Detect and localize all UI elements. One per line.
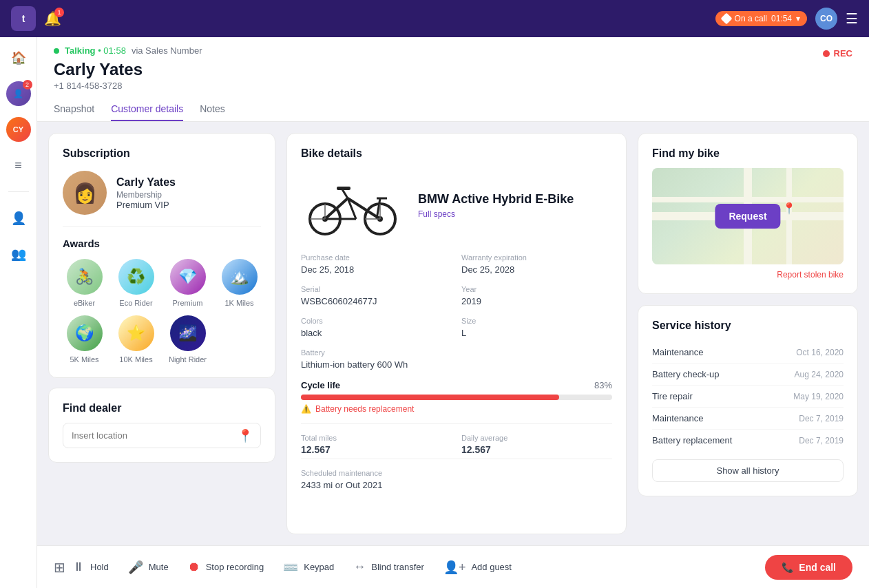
stop-recording-label: Stop recording <box>206 562 264 572</box>
keypad-label: Keypad <box>304 562 334 572</box>
main-grid: Subscription 👩 Carly Yates Membership Pr… <box>37 122 869 545</box>
purchase-date-item: Purchase date Dec 25, 2018 <box>301 253 452 275</box>
svg-rect-9 <box>337 187 350 190</box>
end-call-phone-icon: 📞 <box>782 562 793 573</box>
colors-label: Colors <box>301 317 452 325</box>
award-1k-miles-icon: 🏔️ <box>222 259 258 295</box>
map-road-vertical2 <box>786 168 792 264</box>
cycle-life-pct: 83% <box>594 380 612 390</box>
stop-recording-button[interactable]: ⏺ Stop recording <box>188 560 264 574</box>
battery-warning: ⚠️ Battery needs replacement <box>301 404 612 414</box>
location-pin-icon: 📍 <box>238 428 253 443</box>
hold-button[interactable]: ⏸ Hold <box>72 560 109 574</box>
end-call-label: End call <box>799 562 836 573</box>
on-call-label: On a call <box>735 14 767 23</box>
colors-value: black <box>301 328 322 338</box>
blind-transfer-button[interactable]: ↔ Blind transfer <box>353 560 424 574</box>
rec-dot <box>823 50 830 57</box>
user-avatar[interactable]: CO <box>815 8 837 30</box>
membership-label: Membership <box>116 190 176 200</box>
award-10k-miles-label: 10K Miles <box>119 355 152 364</box>
scheduled-maintenance: Scheduled maintenance 2433 mi or Out 202… <box>301 459 612 491</box>
add-guest-label: Add guest <box>471 562 512 572</box>
tab-customer-details[interactable]: Customer details <box>111 98 183 121</box>
award-night-rider-label: Night Rider <box>169 355 207 364</box>
award-night-rider: 🌌 Night Rider <box>166 315 209 364</box>
scheduled-value: 2433 mi or Out 2021 <box>301 480 383 490</box>
menu-icon[interactable]: ☰ <box>846 10 858 27</box>
right-column: Find my bike 📍 Request Report stolen bik… <box>638 133 858 534</box>
keypad-button[interactable]: ⌨️ Keypad <box>283 560 334 575</box>
bike-details-grid: Purchase date Dec 25, 2018 Warranty expi… <box>301 253 612 339</box>
year-value: 2019 <box>461 296 481 306</box>
report-stolen-link[interactable]: Report stolen bike <box>652 270 844 280</box>
sidebar-item-home[interactable]: 🏠 <box>6 45 31 70</box>
tab-snapshot[interactable]: Snapshot <box>54 98 94 121</box>
call-status-dot <box>54 48 59 54</box>
tabs: Snapshot Customer details Notes <box>54 98 852 121</box>
rec-label: REC <box>834 48 852 59</box>
subscriber-name: Carly Yates <box>116 176 176 189</box>
find-bike-title: Find my bike <box>652 147 844 160</box>
subscriber-avatar: 👩 <box>63 171 107 215</box>
on-call-badge[interactable]: On a call 01:54 ▾ <box>715 11 807 26</box>
tab-notes[interactable]: Notes <box>200 98 225 121</box>
stats-grid: Total miles 12.567 Daily average 12.567 <box>301 423 612 456</box>
map-container: 📍 Request <box>652 168 844 264</box>
end-call-button[interactable]: 📞 End call <box>765 555 852 580</box>
mute-label: Mute <box>149 562 169 572</box>
subscriber-info: 👩 Carly Yates Membership Premium VIP <box>63 171 261 227</box>
stop-recording-icon: ⏺ <box>188 560 200 574</box>
sidebar-item-team[interactable]: 👥 <box>6 242 31 266</box>
progress-bar-bg <box>301 395 612 400</box>
show-all-history-button[interactable]: Show all history <box>652 459 844 482</box>
location-input[interactable] <box>63 423 261 448</box>
grid-icon[interactable]: ⊞ <box>54 559 65 576</box>
service-date-0: Oct 16, 2020 <box>796 348 844 357</box>
serial-item: Serial WSBC606024677J <box>301 285 452 307</box>
bike-details-card: Bike details <box>286 133 627 534</box>
on-call-icon <box>720 13 732 25</box>
daily-avg-item: Daily average 12.567 <box>461 434 612 456</box>
left-column: Subscription 👩 Carly Yates Membership Pr… <box>48 133 275 534</box>
cy-avatar[interactable]: CY <box>6 117 31 142</box>
size-item: Size L <box>461 317 612 339</box>
blind-transfer-icon: ↔ <box>353 560 366 574</box>
service-date-1: Aug 24, 2020 <box>795 370 844 379</box>
app-logo[interactable]: t <box>11 6 36 31</box>
battery-warning-text: Battery needs replacement <box>315 404 414 414</box>
via-label: via Sales Number <box>132 45 202 56</box>
sidebar-item-queue[interactable]: ≡ <box>6 153 31 178</box>
service-history-card: Service history Maintenance Oct 16, 2020… <box>638 305 858 496</box>
service-name-1: Battery check-up <box>652 369 720 379</box>
add-guest-icon: 👤+ <box>443 560 466 575</box>
sidebar-divider <box>8 191 29 192</box>
service-item-0: Maintenance Oct 16, 2020 <box>652 342 844 364</box>
service-history-list: Maintenance Oct 16, 2020 Battery check-u… <box>652 342 844 451</box>
notification-bell-icon[interactable]: 🔔 1 <box>44 10 61 27</box>
cycle-life-label: Cycle life <box>301 380 340 390</box>
bike-main: BMW Active Hybrid E-Bike Full specs <box>301 171 612 240</box>
award-10k-miles: ⭐ 10K Miles <box>114 315 158 364</box>
service-item-1: Battery check-up Aug 24, 2020 <box>652 364 844 386</box>
daily-avg-value: 12.567 <box>461 444 491 455</box>
sidebar-avatar[interactable]: 👤 2 <box>6 81 31 106</box>
call-status-label: Talking • 01:58 <box>65 45 126 56</box>
scheduled-label: Scheduled maintenance <box>301 469 612 477</box>
svg-line-8 <box>342 189 348 198</box>
map-request-button[interactable]: Request <box>715 204 780 229</box>
topbar-right: On a call 01:54 ▾ CO ☰ <box>715 8 858 30</box>
add-guest-button[interactable]: 👤+ Add guest <box>443 560 512 575</box>
mute-button[interactable]: 🎤 Mute <box>128 560 169 575</box>
service-history-title: Service history <box>652 319 844 332</box>
service-name-4: Battery replacement <box>652 435 732 445</box>
map-background: 📍 Request <box>652 168 844 264</box>
main-container: 🏠 👤 2 CY ≡ 👤 👥 Talking • 01:58 via Sales… <box>0 37 869 588</box>
purchase-date-label: Purchase date <box>301 253 452 262</box>
avatar-badge: 2 <box>23 80 32 90</box>
award-5k-miles-icon: 🌍 <box>67 315 103 351</box>
sidebar-item-contacts[interactable]: 👤 <box>6 206 31 231</box>
bike-name: BMW Active Hybrid E-Bike <box>418 192 574 207</box>
bike-info: BMW Active Hybrid E-Bike Full specs <box>418 192 574 219</box>
full-specs-link[interactable]: Full specs <box>418 209 574 219</box>
